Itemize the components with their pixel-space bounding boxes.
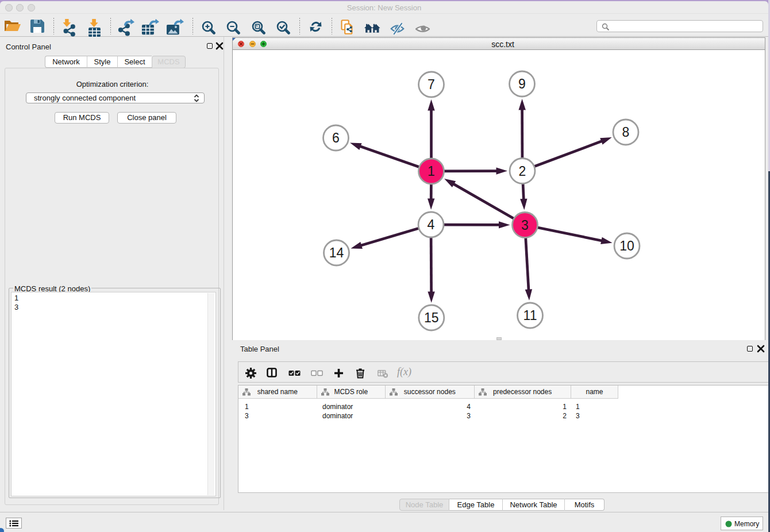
svg-text:1: 1 <box>428 164 435 179</box>
svg-text:7: 7 <box>428 77 435 92</box>
svg-text:14: 14 <box>329 245 344 260</box>
svg-text:8: 8 <box>622 125 630 140</box>
svg-text:2: 2 <box>519 164 526 179</box>
svg-text:6: 6 <box>332 130 340 145</box>
svg-text:9: 9 <box>518 76 526 91</box>
svg-text:4: 4 <box>428 217 435 232</box>
svg-text:15: 15 <box>424 310 439 325</box>
svg-text:3: 3 <box>521 218 529 233</box>
svg-text:10: 10 <box>619 238 634 253</box>
svg-text:11: 11 <box>523 308 537 323</box>
